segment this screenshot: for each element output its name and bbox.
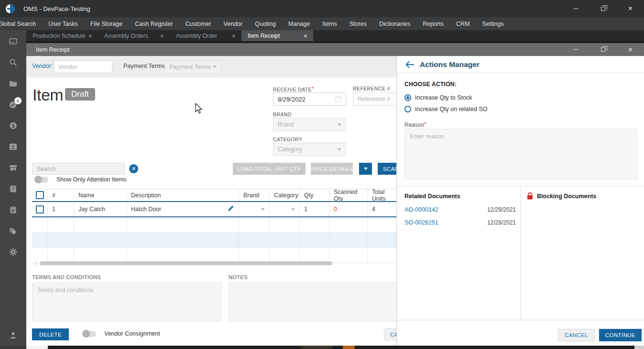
vendor-input[interactable] bbox=[54, 60, 112, 73]
lock-icon bbox=[527, 192, 533, 200]
search-input[interactable] bbox=[32, 163, 125, 175]
close-button[interactable]: × bbox=[617, 0, 644, 17]
brand-label: BRAND bbox=[273, 112, 292, 117]
tasks-check-icon[interactable]: 6 bbox=[9, 100, 18, 109]
column-header-num[interactable]: # bbox=[48, 189, 74, 201]
inner-restore-button[interactable] bbox=[589, 43, 617, 56]
tab-close-icon[interactable]: × bbox=[158, 33, 166, 39]
row-checkbox[interactable] bbox=[36, 205, 44, 214]
inner-minimize-button[interactable] bbox=[562, 43, 589, 56]
price-details-dropdown-button[interactable] bbox=[359, 163, 372, 175]
user-icon[interactable] bbox=[9, 331, 18, 340]
main-menubar: Global Search User Tasks File Storage Ca… bbox=[0, 17, 644, 30]
menu-customer[interactable]: Customer bbox=[179, 21, 217, 27]
delete-button[interactable]: DELETE bbox=[32, 328, 69, 340]
divider bbox=[397, 320, 644, 320]
radio-increase-qty-so[interactable]: Increase Qty on related SO bbox=[404, 106, 487, 113]
panel-title: Actions Manager bbox=[420, 60, 480, 69]
dollar-icon[interactable]: $ bbox=[9, 121, 18, 130]
brand-select[interactable]: Brand bbox=[273, 118, 346, 131]
menu-global-search[interactable]: Global Search bbox=[0, 21, 42, 27]
actions-continue-button[interactable]: CONTINUE bbox=[599, 329, 642, 341]
close-icon: × bbox=[628, 46, 633, 54]
clipboard-list-icon[interactable] bbox=[9, 205, 18, 214]
show-attention-toggle[interactable] bbox=[34, 177, 48, 183]
clear-search-button[interactable]: ✕ bbox=[129, 164, 138, 173]
menu-dictionaries[interactable]: Dictionaries bbox=[373, 21, 416, 27]
chevron-down-icon bbox=[338, 148, 341, 151]
column-header-category[interactable]: Category bbox=[270, 189, 300, 201]
close-icon: × bbox=[628, 5, 633, 12]
reason-textarea[interactable] bbox=[404, 129, 637, 180]
taskbar-strip bbox=[0, 346, 644, 349]
select-all-checkbox[interactable] bbox=[36, 191, 44, 199]
restore-button[interactable] bbox=[589, 0, 617, 17]
tab-close-icon[interactable]: × bbox=[302, 33, 309, 39]
inner-close-button[interactable]: × bbox=[617, 43, 644, 56]
folder-icon[interactable] bbox=[9, 79, 18, 88]
tab-close-icon[interactable]: × bbox=[87, 33, 94, 39]
document-link[interactable]: SO-0028251 bbox=[404, 219, 438, 226]
minimize-button[interactable] bbox=[562, 0, 589, 17]
column-header-name[interactable]: Name bbox=[74, 189, 127, 201]
terms-label: TERMS AND CONDITIONS bbox=[32, 274, 101, 280]
chevron-down-icon bbox=[338, 124, 341, 126]
radio-increase-qty-stock[interactable]: Increase Qty to Stock bbox=[404, 94, 472, 101]
choose-action-label: CHOOSE ACTION: bbox=[404, 81, 457, 88]
tab-assembly-orders[interactable]: Assembly Orders × bbox=[98, 30, 170, 41]
chevron-down-icon bbox=[364, 168, 368, 170]
actions-manager-header: Actions Manager bbox=[397, 56, 644, 73]
terms-textarea[interactable] bbox=[32, 282, 222, 321]
receive-date-input[interactable]: 8/29/2022 bbox=[273, 92, 346, 106]
table-row[interactable]: 1 Jay Catch Hatch Door 1 0 4 bbox=[32, 202, 396, 217]
tab-close-icon[interactable]: × bbox=[230, 33, 238, 39]
store-icon[interactable] bbox=[9, 163, 18, 172]
column-header-description[interactable]: Description bbox=[127, 189, 239, 201]
load-total-unit-qty-button[interactable]: LOAD TOTAL UNIT QTY bbox=[233, 163, 306, 175]
vendor-consignment-toggle[interactable] bbox=[82, 331, 96, 337]
payment-terms-select[interactable]: Payment Terms bbox=[165, 60, 221, 73]
menu-reports[interactable]: Reports bbox=[416, 21, 450, 27]
menu-crm[interactable]: CRM bbox=[450, 21, 476, 27]
tab-production-schedule[interactable]: Production Schedule × bbox=[26, 30, 98, 41]
clipboard-question-icon[interactable]: ? bbox=[9, 184, 18, 193]
gear-icon[interactable] bbox=[9, 248, 18, 257]
menu-items[interactable]: Items bbox=[316, 21, 343, 27]
search-icon[interactable] bbox=[9, 58, 18, 67]
column-header-total-units[interactable]: Total Units bbox=[368, 189, 396, 201]
row-category-select[interactable] bbox=[270, 202, 300, 216]
blocking-documents-title: Blocking Documents bbox=[537, 193, 596, 200]
column-header-qty[interactable]: Qty bbox=[300, 189, 329, 201]
tag-icon[interactable] bbox=[9, 226, 18, 236]
column-header-brand[interactable]: Brand bbox=[239, 189, 270, 201]
menu-settings[interactable]: Settings bbox=[476, 21, 510, 27]
price-details-button[interactable]: PRICE DETAILS bbox=[311, 163, 353, 175]
horizontal-scrollbar[interactable]: ‹ bbox=[32, 261, 396, 266]
row-brand-select[interactable] bbox=[239, 202, 270, 216]
contact-icon[interactable] bbox=[9, 142, 18, 151]
scroll-left-icon[interactable]: ‹ bbox=[32, 260, 40, 266]
edit-pencil-icon[interactable] bbox=[227, 205, 234, 214]
reference-label: REFERENCE # bbox=[353, 86, 390, 91]
notes-textarea[interactable] bbox=[229, 282, 396, 321]
dashboard-icon[interactable] bbox=[9, 37, 18, 46]
menu-file-storage[interactable]: File Storage bbox=[84, 21, 129, 27]
document-link[interactable]: AO-0000142 bbox=[404, 206, 438, 213]
menu-vendor[interactable]: Vendor bbox=[218, 21, 249, 27]
menu-quoting[interactable]: Quoting bbox=[249, 21, 282, 27]
category-select[interactable]: Category bbox=[273, 143, 346, 156]
radio-selected-icon bbox=[404, 94, 411, 101]
back-arrow-icon[interactable] bbox=[404, 60, 415, 69]
column-header-scanned-qty[interactable]: Scanned Qty bbox=[329, 189, 368, 201]
scan-button[interactable]: SCAN bbox=[378, 163, 396, 175]
menu-cash-register[interactable]: Cash Register bbox=[129, 21, 179, 27]
tab-item-receipt[interactable]: Item Receipt × bbox=[241, 30, 313, 41]
cancel-button[interactable]: CANCEL bbox=[384, 328, 396, 340]
menu-manage[interactable]: Manage bbox=[282, 21, 316, 27]
menu-stores[interactable]: Stores bbox=[343, 21, 373, 27]
scrollbar-thumb[interactable] bbox=[40, 261, 332, 265]
menu-user-tasks[interactable]: User Tasks bbox=[42, 21, 84, 27]
actions-cancel-button[interactable]: CANCEL bbox=[558, 329, 595, 341]
tab-assembly-order[interactable]: Assembly Order × bbox=[170, 30, 241, 41]
reference-input[interactable] bbox=[353, 92, 396, 106]
